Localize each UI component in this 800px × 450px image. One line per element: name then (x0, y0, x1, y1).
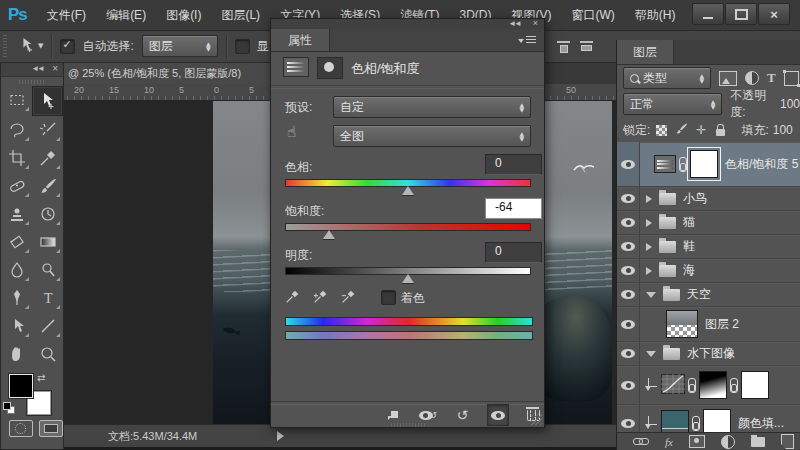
tab-properties[interactable]: 属性 (271, 29, 330, 51)
layer-name[interactable]: 天空 (687, 286, 711, 303)
maximize-button[interactable] (725, 3, 757, 25)
quick-mask-button[interactable] (9, 420, 33, 437)
layer-row-group[interactable]: 小鸟 (617, 187, 800, 211)
visibility-toggle[interactable] (617, 366, 640, 404)
collapse-group-icon[interactable] (646, 292, 656, 298)
layer-mask-icon[interactable] (317, 57, 343, 79)
layer-name[interactable]: 水下图像 (687, 345, 735, 362)
visibility-toggle[interactable] (617, 307, 640, 341)
layer-row-pixel-layer[interactable]: 图层 2 (617, 307, 800, 342)
filter-type-dropdown[interactable]: 类型 (623, 67, 711, 89)
gradient-layer-mask-thumbnail[interactable] (699, 371, 727, 399)
layer-name[interactable]: 猫 (683, 214, 695, 231)
close-panel-icon[interactable] (533, 18, 538, 28)
expand-group-icon[interactable] (646, 195, 652, 203)
collapse-group-icon[interactable] (646, 351, 656, 357)
new-layer-button[interactable] (781, 434, 794, 449)
eyedropper-tool[interactable] (32, 144, 63, 172)
visibility-toggle[interactable] (617, 283, 640, 306)
eyedropper-add-icon[interactable] (313, 289, 328, 307)
magic-wand-tool[interactable] (32, 116, 63, 144)
layer-mask-thumbnail[interactable] (690, 150, 718, 178)
blur-tool[interactable] (1, 256, 32, 284)
saturation-slider[interactable] (285, 223, 531, 239)
close-panel-icon[interactable] (52, 63, 58, 74)
screen-mode-button[interactable] (39, 420, 63, 437)
link-icon[interactable] (692, 416, 700, 431)
visibility-toggle[interactable] (617, 235, 640, 258)
visibility-toggle[interactable] (617, 342, 640, 365)
panel-resize-grip[interactable] (391, 423, 425, 427)
menu-window[interactable]: 窗口(W) (566, 7, 619, 24)
blend-mode-dropdown[interactable]: 正常 (623, 93, 722, 115)
lightness-slider[interactable] (285, 267, 531, 283)
adjustment-thumbnail[interactable] (654, 155, 676, 173)
history-brush-tool[interactable] (32, 200, 63, 228)
close-button[interactable]: × (758, 3, 790, 25)
layer-row-group[interactable]: 海 (617, 259, 800, 283)
lasso-tool[interactable] (1, 116, 32, 144)
layer-row-group-open[interactable]: 水下图像 (617, 342, 800, 366)
tab-layers[interactable]: 图层 (617, 40, 674, 64)
filter-type-layers-icon[interactable] (767, 70, 776, 86)
add-layer-mask-button[interactable] (689, 435, 705, 448)
pen-tool[interactable] (1, 284, 32, 312)
document-tab[interactable]: @ 25% (色相/饱和度 5, 图层蒙版/8) (64, 62, 296, 84)
filter-pixel-layers-icon[interactable] (719, 71, 737, 86)
healing-brush-tool[interactable] (1, 172, 32, 200)
eyedropper-subtract-icon[interactable] (341, 289, 356, 307)
filter-adjustment-layers-icon[interactable] (745, 71, 759, 85)
targeted-adjustment-icon[interactable] (287, 123, 296, 141)
foreground-color-swatch[interactable] (9, 374, 33, 398)
layer-name[interactable]: 鞋 (683, 238, 695, 255)
layer-row-hue-saturation[interactable]: 色相/饱和度 5 (617, 142, 800, 187)
lock-transparency-icon[interactable] (656, 125, 667, 136)
marquee-tool[interactable] (1, 86, 32, 114)
visibility-toggle[interactable] (617, 211, 640, 234)
line-shape-tool[interactable] (32, 312, 63, 340)
crop-tool[interactable] (1, 144, 32, 172)
swap-colors-icon[interactable] (37, 372, 45, 383)
menu-image[interactable]: 图像(I) (161, 7, 206, 24)
type-tool[interactable]: T (32, 284, 63, 312)
vector-mask-thumbnail[interactable] (741, 371, 769, 399)
lock-position-icon[interactable] (696, 123, 706, 137)
auto-select-target-dropdown[interactable]: 图层 (142, 35, 218, 57)
layer-name[interactable]: 海 (683, 262, 695, 279)
layer-row-curves-adjustment[interactable] (617, 366, 800, 405)
default-colors-icon[interactable] (3, 402, 15, 414)
lightness-slider-thumb[interactable] (402, 274, 414, 283)
curves-thumbnail[interactable] (661, 374, 685, 397)
menu-file[interactable]: 文件(F) (42, 7, 91, 24)
hand-tool[interactable] (1, 340, 32, 368)
visibility-toggle[interactable] (617, 142, 640, 186)
expand-group-icon[interactable] (646, 267, 652, 275)
layer-row-group[interactable]: 猫 (617, 211, 800, 235)
layer-name[interactable]: 小鸟 (683, 190, 707, 207)
view-previous-state-button[interactable] (418, 405, 439, 425)
reset-adjustment-button[interactable] (452, 405, 473, 425)
show-transform-checkbox[interactable] (235, 39, 250, 54)
align-top-edges-icon[interactable] (556, 39, 571, 53)
eraser-tool[interactable] (1, 228, 32, 256)
filter-shape-layers-icon[interactable] (784, 71, 799, 86)
panel-drag-grip[interactable] (19, 80, 45, 84)
link-icon[interactable] (730, 378, 738, 393)
clip-to-layer-button[interactable] (383, 405, 404, 425)
layer-thumbnail[interactable] (666, 310, 698, 338)
opacity-value[interactable]: 100 (780, 97, 800, 111)
status-options-arrow[interactable] (277, 431, 284, 441)
collapse-panel-icon[interactable] (31, 64, 43, 73)
minimize-button[interactable] (692, 3, 724, 25)
menu-edit[interactable]: 编辑(E) (101, 7, 151, 24)
lock-all-icon[interactable] (716, 129, 725, 136)
gradient-tool[interactable] (32, 228, 63, 256)
layer-row-group-open[interactable]: 天空 (617, 283, 800, 307)
layer-style-button[interactable] (665, 436, 673, 448)
dodge-tool[interactable] (32, 256, 63, 284)
collapse-panel-icon[interactable] (508, 19, 520, 28)
layer-row-group[interactable]: 鞋 (617, 235, 800, 259)
saturation-value-input[interactable]: -64 (485, 198, 542, 219)
zoom-tool[interactable] (32, 340, 63, 368)
menu-layer[interactable]: 图层(L) (216, 7, 265, 24)
